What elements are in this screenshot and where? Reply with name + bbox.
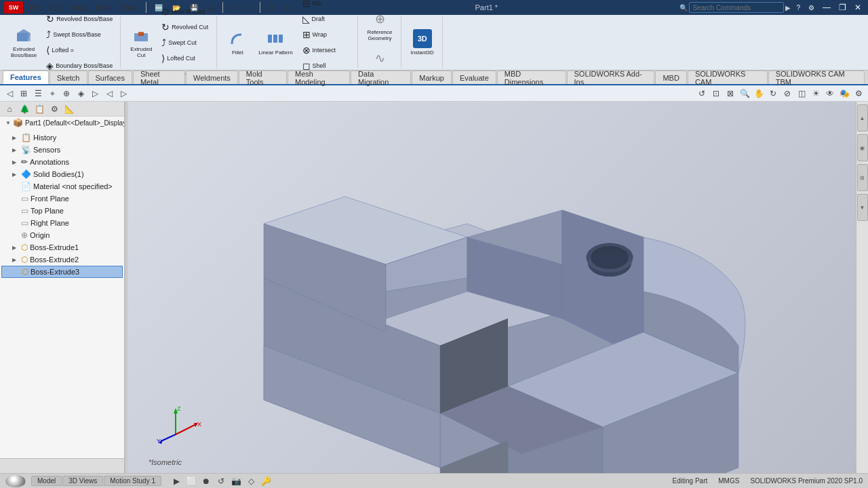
status-tab-3d-views[interactable]: 3D Views [62,476,103,486]
property-manager-icon[interactable]: 📋 [33,102,46,116]
right-btn-1[interactable]: ▲ [857,104,868,131]
history-item[interactable]: ▶ 📋 History [1,131,123,144]
swept-cut-button[interactable]: ⤴ Swept Cut [158,35,212,50]
solid-bodies-arrow: ▶ [12,171,19,178]
auto-key-icon[interactable]: 🔑 [259,474,273,488]
status-tab-motion-study[interactable]: Motion Study 1 [104,476,161,486]
status-tab-model[interactable]: Model [31,476,62,486]
tab-mbd-dimensions[interactable]: MBD Dimensions [497,70,566,84]
right-btn-3[interactable]: ⊞ [857,164,868,191]
view-rotate-icon[interactable]: ↺ [695,87,709,100]
extruded-boss-button[interactable]: ExtrudedBoss/Base [7,24,41,62]
bottom-toolbar-icons: ▶ ⬜ ⏺ ↺ 📷 ◇ 🔑 [170,474,273,488]
swept-cut-icon: ⤴ [161,37,166,48]
right-plane-item[interactable]: ▭ Right Plane [1,217,123,229]
close-icon[interactable]: ✕ [852,3,864,12]
camera-icon[interactable]: 📷 [229,474,243,488]
prev-icon[interactable]: ◁ [102,87,116,100]
tab-mesh-modeling[interactable]: Mesh Modeling [288,70,350,84]
lofted-boss-button[interactable]: ⟨ Lofted = [43,43,116,58]
solid-bodies-item[interactable]: ▶ 🔷 Solid Bodies(1) [1,168,123,180]
apply-scene-icon[interactable]: 🎭 [837,87,851,100]
tab-sketch[interactable]: Sketch [50,70,87,84]
help-icon[interactable]: ? [793,1,803,14]
material-item[interactable]: 📄 Material <not specified> [1,180,123,192]
draft-button[interactable]: ◺ Draft [299,12,353,26]
solidworks-options[interactable]: ⚙ [806,1,817,14]
intersect-button[interactable]: ⊗ Intersect [299,43,353,58]
feature-tree-icon[interactable]: 🌲 [18,102,31,116]
rotate-icon[interactable]: ↻ [766,87,780,100]
fillet-button[interactable]: Fillet [222,26,252,58]
instant3d-button[interactable]: 3D Instant3D [407,26,438,58]
dim-expert-icon[interactable]: 📐 [62,102,76,116]
origin-item[interactable]: ⊕ Origin [1,229,123,241]
lofted-cut-button[interactable]: ⟩ Lofted Cut [158,51,212,66]
zoom-area-icon[interactable]: ⊠ [724,87,737,100]
boss-extrude3-item[interactable]: ⬡ Boss-Extrude3 [1,266,123,278]
linear-pattern-button[interactable]: Linear Pattern [254,26,296,58]
top-plane-item[interactable]: ▭ Top Plane [1,205,123,217]
tab-solidworks-cam-tbm[interactable]: SOLIDWORKS CAM TBM [768,70,865,84]
minimize-icon[interactable]: — [820,3,833,12]
maximize-icon[interactable]: ❐ [836,3,849,12]
home-icon[interactable]: ⌂ [3,102,16,116]
rib-button[interactable]: ⊟ Rib [299,0,353,11]
linear-pattern-label: Linear Pattern [258,49,292,56]
lights-icon[interactable]: ☀ [809,87,823,100]
tab-markup[interactable]: Markup [412,70,452,84]
search-go-icon[interactable]: ▶ [785,4,791,12]
config-manager-icon[interactable]: ⚙ [47,102,61,116]
wrap-button[interactable]: ⊞ Wrap [299,27,353,42]
revolved-boss-button[interactable]: ↻ Revolved Boss/Base [43,12,116,26]
tab-weldments[interactable]: Weldments [186,70,238,84]
view-grid-icon[interactable]: ⊞ [17,87,31,100]
swept-boss-button[interactable]: ⤴ Swept Boss/Base [43,27,116,42]
viewport[interactable]: Z X Y *Isometric [128,102,856,473]
draft-label: Draft [312,16,326,22]
sensors-item[interactable]: ▶ 📡 Sensors [1,144,123,156]
reference-geometry-button[interactable]: ⊕ ReferenceGeometry [363,7,397,45]
tab-solidworks-addins[interactable]: SOLIDWORKS Add-Ins [567,70,655,84]
right-btn-2[interactable]: ◉ [857,134,868,161]
next-icon[interactable]: ▷ [117,87,130,100]
revolved-cut-button[interactable]: ↻ Revolved Cut [158,20,212,35]
tab-evaluate[interactable]: Evaluate [452,70,496,84]
zoom-fit-icon[interactable]: ⊡ [709,87,723,100]
tab-features[interactable]: Features [3,70,49,84]
annotations-item[interactable]: ▶ ✏ Annotations [1,156,123,168]
left-panel-toggle[interactable]: ◁ [3,87,16,100]
record-icon[interactable]: ⏺ [199,474,213,488]
zoom-in-icon[interactable]: 🔍 [738,87,751,100]
search-input[interactable] [689,2,784,13]
view-orient-icon[interactable]: ◈ [74,87,87,100]
display-style-icon[interactable]: ◫ [795,87,808,100]
play-icon[interactable]: ▶ [170,474,183,488]
tab-mbd[interactable]: MBD [655,70,686,84]
hole-wizard-button[interactable]: ⊙ Hole Wizard [158,4,212,19]
expand-icon[interactable]: ▷ [88,87,102,100]
section-view-icon[interactable]: ⊘ [781,87,794,100]
tab-mold-tools[interactable]: Mold Tools [239,70,287,84]
extruded-cut-button[interactable]: ExtrudedCut [126,24,156,62]
right-btn-4[interactable]: ▼ [857,194,868,221]
snap-icon[interactable]: ⊕ [60,87,73,100]
view-list-icon[interactable]: ☰ [31,87,45,100]
tab-sheet-metal[interactable]: Sheet Metal [133,70,185,84]
view-settings-icon[interactable]: ⚙ [852,87,865,100]
boss-extrude1-item[interactable]: ▶ ⬡ Boss-Extrude1 [1,241,123,253]
history-icon: 📋 [21,133,31,142]
tab-data-migration[interactable]: Data Migration [351,70,411,84]
front-plane-item[interactable]: ▭ Front Plane [1,192,123,205]
part-name-item[interactable]: ▼ 📦 Part1 (Default<<Default>_Display S [0,117,124,129]
stop-icon[interactable]: ⬜ [184,474,198,488]
pan-icon[interactable]: ✋ [752,87,766,100]
hide-show-icon[interactable]: 👁 [823,87,837,100]
boss-extrude2-item[interactable]: ▶ ⬡ Boss-Extrude2 [1,253,123,266]
filter-icon[interactable]: ⌖ [45,87,59,100]
tab-solidworks-cam[interactable]: SOLIDWORKS CAM [688,70,768,84]
orientation-label: *Isometric [149,458,182,466]
keyframe-icon[interactable]: ◇ [244,474,258,488]
tab-surfaces[interactable]: Surfaces [88,70,132,84]
loop-icon[interactable]: ↺ [214,474,228,488]
